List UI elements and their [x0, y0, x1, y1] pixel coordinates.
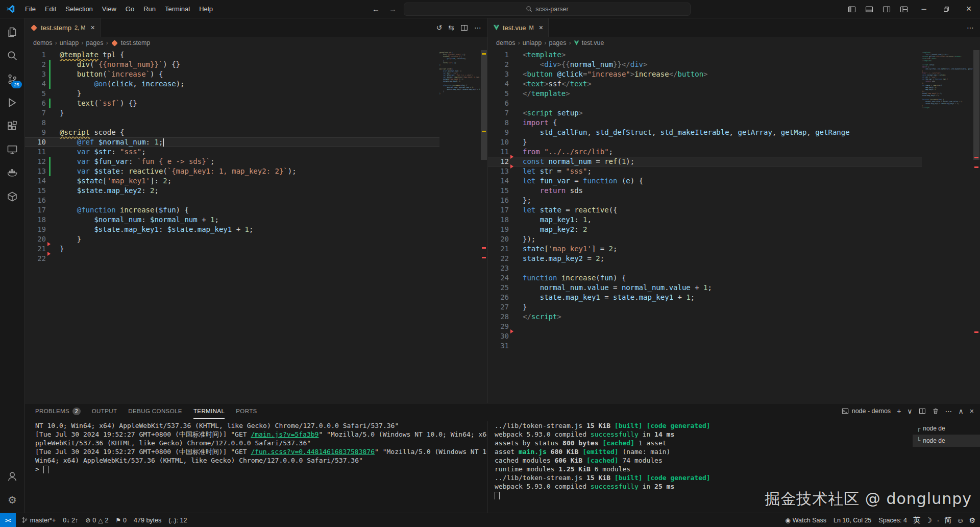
code-line[interactable]: 7}	[25, 108, 439, 118]
code-line[interactable]: 26 state.map_key1 = state.map_key1 + 1;	[488, 293, 922, 302]
terminal-line[interactable]: webpack 5.93.0 compiled successfully in …	[495, 482, 913, 491]
code-line[interactable]: 16	[25, 196, 439, 205]
code-line[interactable]: 15 return sds	[488, 186, 922, 196]
breadcrumb-item[interactable]: pages	[86, 39, 103, 46]
code-line[interactable]: 31	[488, 341, 922, 351]
code-line[interactable]: 3<button @click="increase">increase</but…	[488, 69, 922, 79]
code-line[interactable]: 6 text(`ssf`) {}	[25, 99, 439, 108]
ime-simplified-icon[interactable]: 简	[942, 516, 954, 525]
code-line[interactable]: 24function increase(fun) {	[488, 273, 922, 283]
settings-gear-icon[interactable]: ⚙	[0, 488, 24, 512]
code-line[interactable]: 22state.map_key2 = 2;	[488, 254, 922, 264]
package-icon[interactable]	[0, 185, 24, 208]
close-tab-icon[interactable]: ×	[539, 23, 543, 32]
maximize-panel-icon[interactable]: ∧	[959, 407, 964, 415]
toggle-panel-icon[interactable]	[861, 2, 878, 16]
close-tab-icon[interactable]: ×	[90, 23, 94, 32]
menu-view[interactable]: View	[97, 3, 121, 15]
minimap-left[interactable]: @template tpl { div(`{{normal_num}}`) {}…	[439, 50, 480, 403]
code-line[interactable]: 29	[488, 322, 922, 331]
scrollbar-thumb[interactable]	[973, 50, 979, 160]
code-line[interactable]: 12 var $fun_var: `fun { e -> sds}`;	[25, 157, 439, 166]
terminal-line[interactable]	[495, 491, 913, 499]
kill-terminal-icon[interactable]	[932, 408, 939, 415]
code-line[interactable]: 8import {	[488, 118, 922, 128]
remote-explorer-icon[interactable]	[0, 138, 24, 161]
file-size-status[interactable]: 479 bytes	[130, 513, 165, 527]
code-line[interactable]: 11from "../../src/lib";	[488, 147, 922, 157]
ime-emoji-icon[interactable]: ☺	[954, 516, 966, 524]
code-line[interactable]: 11 var $str: "sss";	[25, 147, 439, 157]
toggle-sidebar-icon[interactable]	[843, 2, 861, 16]
scrollbar-right[interactable]	[973, 50, 980, 403]
new-terminal-icon[interactable]: +	[897, 407, 901, 415]
source-control-icon[interactable]: 25	[0, 67, 24, 91]
more-actions-icon[interactable]: ⋯	[967, 23, 974, 32]
tab-test-stemp[interactable]: test.stemp 2, M ×	[25, 18, 101, 37]
terminal-left-lines[interactable]: NT 10.0; Win64; x64) AppleWebKit/537.36 …	[25, 421, 487, 513]
code-line[interactable]: 21}	[25, 244, 439, 254]
terminal-line[interactable]: cached modules 606 KiB [cached] 74 modul…	[495, 456, 913, 465]
code-line[interactable]: 4 @on(click, increase);	[25, 79, 439, 89]
code-line[interactable]: 5 }	[25, 89, 439, 99]
code-line[interactable]: 30	[488, 331, 922, 341]
search-activity-icon[interactable]	[0, 44, 24, 67]
code-line[interactable]: 13 var $state: reactive(`{map_key1: 1, m…	[25, 166, 439, 176]
docker-icon[interactable]	[0, 161, 24, 185]
watch-sass-button[interactable]: ◉ Watch Sass	[781, 517, 830, 524]
terminal-dropdown-icon[interactable]: ∨	[907, 407, 912, 415]
breadcrumb-item[interactable]: pages	[549, 39, 566, 46]
run-debug-icon[interactable]	[0, 91, 24, 114]
restore-button[interactable]	[935, 0, 958, 18]
terminal-line[interactable]: NT 10.0; Win64; x64) AppleWebKit/537.36 …	[35, 421, 487, 430]
more-actions-icon[interactable]: ⋯	[474, 23, 481, 32]
code-line[interactable]: 25 normal_num.value = normal_num.value +…	[488, 283, 922, 293]
tab-output[interactable]: OUTPUT	[92, 403, 117, 419]
code-line[interactable]: 12const normal_num = ref(1);	[488, 157, 922, 166]
code-line[interactable]: 6	[488, 99, 922, 108]
code-line[interactable]: 2 div(`{{normal_num}}`) {}	[25, 60, 439, 69]
code-line[interactable]: 17let state = reactive({	[488, 205, 922, 215]
breadcrumb-item[interactable]: test.vue	[582, 39, 604, 46]
tab-test-vue[interactable]: test.vue M ×	[488, 18, 549, 37]
breadcrumb-item[interactable]: demos	[496, 39, 516, 46]
ime-settings-icon[interactable]: ⚙	[966, 516, 978, 524]
back-button[interactable]: ←	[370, 5, 382, 13]
terminal-picker[interactable]: node - demos	[842, 408, 891, 415]
terminal-list-item[interactable]: ┌ node de	[913, 422, 980, 435]
cursor-position[interactable]: Ln 10, Col 25	[830, 517, 875, 524]
editor-left-lines[interactable]: 1@template tpl {2 div(`{{normal_num}}`) …	[25, 50, 439, 403]
editor-right-lines[interactable]: 1<template>2 <div>{{normal_num}}</div>3<…	[488, 50, 922, 403]
tab-debug-console[interactable]: DEBUG CONSOLE	[128, 403, 182, 419]
terminal-list-item[interactable]: └ node de	[913, 435, 980, 447]
terminal-line[interactable]: webpack 5.93.0 compiled successfully in …	[495, 430, 913, 439]
forward-button[interactable]: →	[387, 5, 399, 13]
terminal-line[interactable]: ../lib/token-stream.js 15 KiB [built] [c…	[495, 421, 913, 430]
breadcrumb-item[interactable]: uniapp	[523, 39, 542, 46]
minimize-button[interactable]: ─	[913, 0, 935, 18]
code-line[interactable]: 14let fun_var = function (e) {	[488, 176, 922, 186]
sync-status[interactable]: 0↓ 2↑	[59, 513, 82, 527]
terminal-line[interactable]: Win64; x64) AppleWebKit/537.36 (KHTML, l…	[35, 456, 487, 465]
terminal-line[interactable]: ../lib/token-stream.js 15 KiB [built] [c…	[495, 473, 913, 482]
code-line[interactable]: 9@script scode {	[25, 128, 439, 137]
more-panel-actions-icon[interactable]: ⋯	[945, 407, 952, 415]
menu-edit[interactable]: Edit	[40, 3, 61, 15]
problems-status[interactable]: ⊘ 0 △ 2	[82, 513, 112, 527]
code-line[interactable]: 20});	[488, 234, 922, 244]
toggle-secondary-sidebar-icon[interactable]	[878, 2, 895, 16]
code-line[interactable]: 14 $state['map_key1']: 2;	[25, 176, 439, 186]
history-icon[interactable]: ↺	[436, 23, 443, 32]
terminal-line[interactable]: [Tue Jul 30 2024 19:52:27 GMT+0800 (中国标准…	[35, 447, 487, 456]
code-line[interactable]: 17 @function increase($fun) {	[25, 205, 439, 215]
menu-run[interactable]: Run	[139, 3, 160, 15]
code-line[interactable]: 16};	[488, 196, 922, 205]
code-line[interactable]: 10}	[488, 137, 922, 147]
menu-help[interactable]: Help	[194, 3, 217, 15]
code-line[interactable]: 4<text>ssf</text>	[488, 79, 922, 89]
accounts-icon[interactable]	[0, 465, 24, 488]
code-line[interactable]: 3 button(`increase`) {	[25, 69, 439, 79]
terminal-line[interactable]: >	[35, 465, 487, 473]
terminal-line[interactable]: [Tue Jul 30 2024 19:52:27 GMT+0800 (中国标准…	[35, 430, 487, 439]
terminal-line[interactable]: assets by status 800 bytes [cached] 1 as…	[495, 439, 913, 447]
